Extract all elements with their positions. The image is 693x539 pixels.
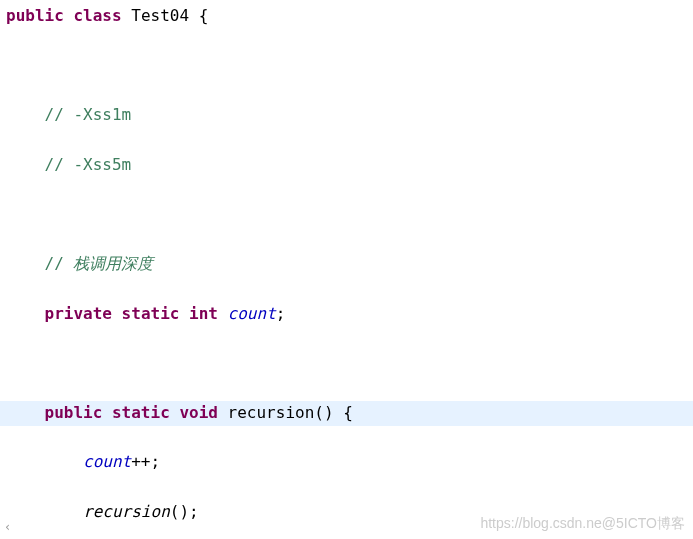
code-line: // 栈调用深度 bbox=[0, 252, 693, 277]
code-line: // -Xss1m bbox=[0, 103, 693, 128]
code-line-highlighted: public static void recursion() { bbox=[0, 401, 693, 426]
code-line bbox=[0, 351, 693, 376]
code-line: public class Test04 { bbox=[0, 4, 693, 29]
caret-indicator: ‹ bbox=[4, 518, 11, 537]
watermark-text: https://blog.csdn.ne@5ICTO博客 bbox=[480, 513, 685, 535]
code-line bbox=[0, 202, 693, 227]
code-line: count++; bbox=[0, 450, 693, 475]
code-line: // -Xss5m bbox=[0, 153, 693, 178]
code-line bbox=[0, 54, 693, 79]
code-line: private static int count; bbox=[0, 302, 693, 327]
code-editor[interactable]: public class Test04 { // -Xss1m // -Xss5… bbox=[0, 0, 693, 539]
